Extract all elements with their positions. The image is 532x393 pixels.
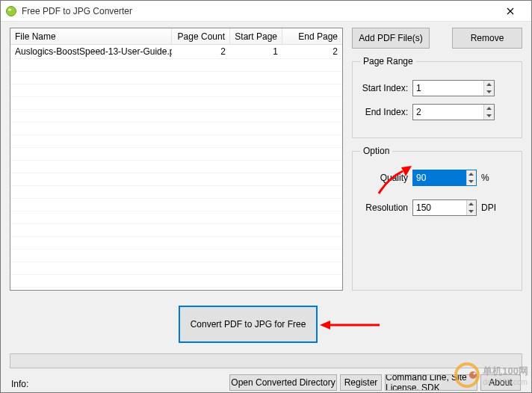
cell-start-page: 1 [230,46,282,58]
cell-page-count: 2 [172,46,230,58]
start-index-spinner[interactable] [412,80,495,96]
resolution-up[interactable] [467,200,476,208]
resolution-down[interactable] [467,208,476,215]
start-index-up[interactable] [484,81,494,88]
svg-marker-7 [468,180,474,183]
page-range-legend: Page Range [360,56,416,66]
convert-button[interactable]: Convert PDF to JPG for Free [179,306,318,343]
table-header: File Name Page Count Start Page End Page [10,28,342,45]
start-index-down[interactable] [484,88,494,96]
cell-end-page: 2 [282,46,342,58]
quality-suffix: % [477,173,489,183]
start-index-label: Start Index: [360,83,412,93]
table-row[interactable]: Auslogics-BoostSpeed-13-User-Guide.pdf 2… [10,45,342,58]
option-group: Option Quality % Resolution DPI [352,146,522,291]
svg-point-0 [7,6,16,16]
close-button[interactable] [494,1,527,21]
quality-input[interactable] [413,170,466,185]
svg-marker-2 [486,83,492,86]
svg-marker-3 [486,90,492,93]
end-index-up[interactable] [484,105,494,112]
col-page-count[interactable]: Page Count [172,28,230,44]
app-icon [5,5,17,17]
open-directory-button[interactable]: Open Converted Directory [229,374,337,391]
register-button[interactable]: Register [340,374,382,391]
end-index-label: End Index: [360,107,412,117]
end-index-input[interactable] [413,105,483,120]
option-legend: Option [360,146,392,156]
resolution-suffix: DPI [477,202,496,213]
resolution-input[interactable] [413,200,466,215]
commandline-button[interactable]: Command Line, Site License, SDK [385,374,477,391]
remove-button[interactable]: Remove [452,28,522,49]
svg-marker-6 [468,173,474,176]
table-gridlines [10,58,342,290]
info-label: Info: [11,379,28,389]
progress-bar [10,353,522,368]
about-button[interactable]: About [480,374,521,391]
svg-marker-5 [486,114,492,117]
arrow-annotation-convert [320,318,380,332]
svg-marker-12 [320,321,330,329]
col-start-page[interactable]: Start Page [230,28,282,44]
svg-marker-4 [486,107,492,110]
svg-marker-9 [468,210,474,213]
end-index-down[interactable] [484,112,494,120]
start-index-input[interactable] [413,81,483,96]
quality-spinner[interactable] [412,170,477,186]
quality-label: Quality [360,173,412,183]
title-bar: Free PDF to JPG Converter [1,1,531,22]
window-title: Free PDF to JPG Converter [22,6,494,16]
resolution-label: Resolution [360,202,412,213]
svg-point-1 [8,8,11,10]
file-table[interactable]: File Name Page Count Start Page End Page… [10,28,343,291]
main-area: File Name Page Count Start Page End Page… [1,22,531,392]
quality-down[interactable] [467,178,476,185]
resolution-spinner[interactable] [412,199,477,216]
quality-up[interactable] [467,170,476,178]
add-pdf-button[interactable]: Add PDF File(s) [352,28,430,49]
col-end-page[interactable]: End Page [282,28,342,44]
col-file-name[interactable]: File Name [10,28,172,44]
svg-marker-8 [468,202,474,205]
end-index-spinner[interactable] [412,104,495,120]
page-range-group: Page Range Start Index: End Index: [352,56,522,138]
cell-file-name: Auslogics-BoostSpeed-13-User-Guide.pdf [10,46,172,58]
